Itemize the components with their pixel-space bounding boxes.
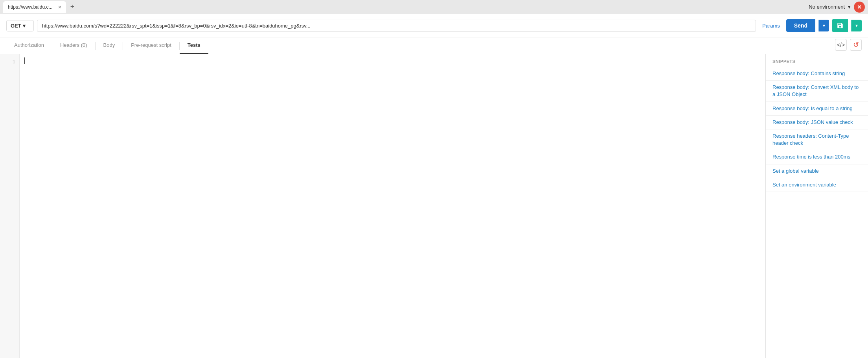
cursor-line [24, 57, 761, 64]
snippet-item-6[interactable]: Response time is less than 200ms [766, 150, 868, 164]
environment-selector[interactable]: No environment ▾ ✕ [809, 2, 865, 13]
browser-tab-close[interactable]: × [58, 4, 61, 10]
browser-tab-title: https://www.baidu.c... [8, 4, 55, 10]
browser-tab-bar: https://www.baidu.c... × + No environmen… [0, 0, 868, 14]
text-cursor [24, 57, 25, 64]
env-badge[interactable]: ✕ [854, 2, 865, 13]
env-badge-text: ✕ [857, 4, 862, 10]
code-view-button[interactable]: </> [835, 39, 847, 51]
line-number-1: 1 [0, 57, 19, 66]
new-tab-button[interactable]: + [68, 2, 77, 12]
line-numbers: 1 [0, 54, 20, 358]
save-button[interactable] [832, 19, 848, 32]
request-tabs-bar: Authorization Headers (0) Body Pre-reque… [0, 37, 868, 54]
env-label: No environment [809, 4, 845, 10]
snippet-item-7[interactable]: Set a global variable [766, 164, 868, 178]
tab-prerequest[interactable]: Pre-request script [123, 37, 179, 54]
code-editor[interactable] [20, 54, 765, 358]
snippet-item-8[interactable]: Set an environment variable [766, 178, 868, 192]
snippets-panel: SNIPPETS Response body: Contains string … [766, 54, 868, 358]
snippet-item-4[interactable]: Response body: JSON value check [766, 116, 868, 129]
browser-tab[interactable]: https://www.baidu.c... × [3, 1, 66, 13]
tab-actions: </> ↺ [835, 39, 862, 54]
request-bar: GET ▾ Params Send ▾ ▾ [0, 14, 868, 37]
env-chevron-icon: ▾ [848, 4, 851, 10]
url-input[interactable] [37, 20, 756, 32]
tab-authorization[interactable]: Authorization [6, 37, 52, 54]
snippet-item-5[interactable]: Response headers: Content-Type header ch… [766, 129, 868, 150]
params-button[interactable]: Params [759, 23, 783, 29]
code-icon: </> [837, 42, 845, 48]
save-icon [837, 22, 844, 29]
snippet-item-2[interactable]: Response body: Convert XML body to a JSO… [766, 81, 868, 101]
refresh-button[interactable]: ↺ [850, 39, 862, 51]
snippets-header: SNIPPETS [766, 54, 868, 67]
send-button[interactable]: Send [786, 19, 815, 32]
method-selector[interactable]: GET ▾ [6, 20, 34, 31]
snippet-item-1[interactable]: Response body: Contains string [766, 67, 868, 81]
snippet-item-3[interactable]: Response body: Is equal to a string [766, 102, 868, 116]
editor-area: 1 [0, 54, 766, 358]
save-dropdown-button[interactable]: ▾ [851, 20, 862, 31]
tab-body[interactable]: Body [96, 37, 123, 54]
tab-headers[interactable]: Headers (0) [52, 37, 95, 54]
send-dropdown-button[interactable]: ▾ [818, 20, 829, 31]
method-label: GET [11, 23, 21, 29]
refresh-icon: ↺ [853, 41, 859, 49]
tab-tests[interactable]: Tests [180, 37, 208, 54]
main-content: 1 SNIPPETS Response body: Contains strin… [0, 54, 868, 358]
method-chevron-icon: ▾ [23, 23, 26, 29]
